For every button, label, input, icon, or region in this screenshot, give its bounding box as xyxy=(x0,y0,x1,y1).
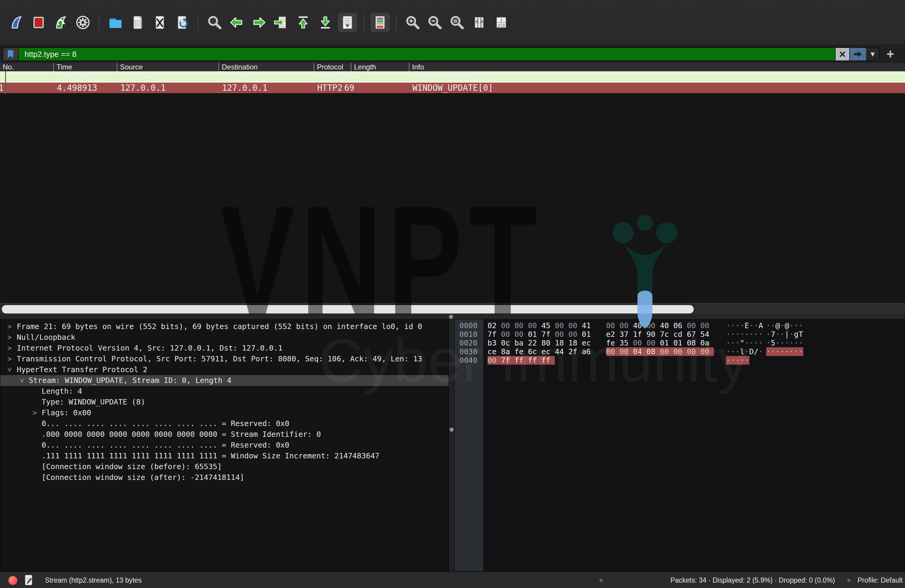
column-header-no[interactable]: No. xyxy=(0,63,53,71)
reload-file-button[interactable] xyxy=(172,13,192,32)
horizontal-scrollbar[interactable] xyxy=(0,303,905,315)
hex-row[interactable]: 00107f0000017f000001e2371f907ccd6754····… xyxy=(455,330,905,338)
hex-ascii[interactable]: ····· xyxy=(726,356,749,365)
detail-tree-item[interactable]: [Connection window size (before): 65535] xyxy=(0,461,449,472)
chevron-down-icon[interactable]: > xyxy=(17,376,27,385)
gear-icon xyxy=(75,14,91,30)
filter-apply-button[interactable] xyxy=(849,48,866,60)
go-last-packet-button[interactable] xyxy=(316,13,335,32)
column-header-destination[interactable]: Destination xyxy=(219,63,314,71)
ascii-char: · xyxy=(754,338,759,347)
detail-tree-item[interactable]: >Transmission Control Protocol, Src Port… xyxy=(0,354,449,364)
auto-scroll-button[interactable] xyxy=(338,13,357,32)
restart-capture-button[interactable] xyxy=(51,13,70,32)
chevron-right-icon[interactable]: > xyxy=(5,332,14,343)
column-header-protocol[interactable]: Protocol xyxy=(314,63,351,71)
hex-byte: e2 xyxy=(606,330,619,338)
capture-comment-icon[interactable] xyxy=(25,575,33,587)
detail-tree-item[interactable]: >Flags: 0x00 xyxy=(0,407,449,418)
horizontal-scrollbar-thumb[interactable] xyxy=(2,305,694,313)
stop-capture-button[interactable] xyxy=(29,13,48,32)
ascii-char: · xyxy=(735,321,740,330)
hex-byte: 41 xyxy=(582,321,595,330)
packet-cell: 127.0.0.1 xyxy=(117,71,122,82)
capture-options-button[interactable] xyxy=(73,13,92,32)
display-filter-input[interactable]: http2.type == 8 xyxy=(19,48,835,60)
save-file-button[interactable]: 010100110101110 xyxy=(128,13,147,32)
expert-info-icon[interactable] xyxy=(8,576,17,585)
add-filter-button[interactable]: + xyxy=(883,47,897,61)
zoom-reset-button[interactable] xyxy=(448,13,467,32)
hex-ascii[interactable]: ·········7··|·gT xyxy=(726,330,803,338)
filter-dropdown-button[interactable]: ▼ xyxy=(866,48,879,60)
hex-byte: ff xyxy=(528,356,541,365)
detail-tree-item[interactable]: >Internet Protocol Version 4, Src: 127.0… xyxy=(0,343,449,354)
go-forward-button[interactable] xyxy=(249,13,268,32)
hex-ascii[interactable]: ···l·D/········· xyxy=(726,347,803,356)
detail-tree-item[interactable]: .111 1111 1111 1111 1111 1111 1111 1111 … xyxy=(0,451,449,461)
column-header-time[interactable]: Time xyxy=(53,63,117,71)
find-packet-button[interactable] xyxy=(205,13,224,32)
splitter-handle-dot[interactable] xyxy=(449,427,454,432)
hex-row[interactable]: 000002000000450000410000400040060000····… xyxy=(455,321,905,330)
hex-byte: fe xyxy=(514,347,528,356)
status-profile[interactable]: Profile: Default xyxy=(857,576,903,585)
chevron-right-icon[interactable]: > xyxy=(5,343,14,354)
detail-tree-item[interactable]: 0... .... .... .... .... .... .... .... … xyxy=(0,440,449,451)
go-back-button[interactable] xyxy=(227,13,246,32)
resize-columns-button[interactable] xyxy=(470,13,489,32)
detail-tree-item[interactable]: >Stream: WINDOW_UPDATE, Stream ID: 0, Le… xyxy=(0,375,449,386)
hex-byte: 90 xyxy=(646,330,660,338)
ascii-char: · xyxy=(745,338,749,347)
colorize-packets-button[interactable] xyxy=(370,13,390,32)
go-first-packet-button[interactable] xyxy=(294,13,313,32)
pane-splitter-vertical[interactable] xyxy=(449,319,454,572)
open-file-button[interactable] xyxy=(106,13,125,32)
hex-row[interactable]: 0030ce8afe6cec442fa60000040800000000···l… xyxy=(455,347,905,356)
detail-tree-item[interactable]: >Null/Loopback xyxy=(0,332,449,343)
go-to-packet-button[interactable] xyxy=(272,13,291,32)
start-capture-button[interactable] xyxy=(7,13,26,32)
filter-clear-button[interactable]: ✕ xyxy=(835,48,849,60)
ascii-char: · xyxy=(799,347,803,356)
chevron-down-icon[interactable]: > xyxy=(4,365,15,374)
hex-row[interactable]: 0040007fffffff····· xyxy=(455,356,905,365)
zoom-in-button[interactable] xyxy=(403,13,422,32)
column-header-length[interactable]: Length xyxy=(351,63,409,71)
detail-tree-item[interactable]: .000 0000 0000 0000 0000 0000 0000 0000 … xyxy=(0,429,449,440)
packet-row[interactable]: 152.929721127.0.0.1127.0.0.1HTTP269WINDO… xyxy=(0,71,905,82)
ascii-char: · xyxy=(731,356,736,365)
chevron-right-icon[interactable]: > xyxy=(5,354,14,364)
hex-ascii[interactable]: ····E··A··@·@··· xyxy=(726,321,803,330)
detail-tree-item[interactable]: 0... .... .... .... .... .... .... .... … xyxy=(0,418,449,429)
filter-bookmark-button[interactable] xyxy=(3,48,19,60)
hex-bytes[interactable]: 7f0000017f000001e2371f907ccd6754 xyxy=(487,330,714,338)
detail-tree-item[interactable]: Type: WINDOW_UPDATE (8) xyxy=(0,397,449,407)
zoom-out-button[interactable] xyxy=(425,13,445,32)
packet-row[interactable]: 214.498913127.0.0.1127.0.0.1HTTP269WINDO… xyxy=(0,83,905,93)
detail-tree-item[interactable]: >Frame 21: 69 bytes on wire (552 bits), … xyxy=(0,321,449,332)
chevron-right-icon[interactable]: > xyxy=(30,407,39,418)
hex-byte: 7f xyxy=(487,330,501,338)
hex-bytes[interactable]: 02000000450000410000400040060000 xyxy=(487,321,714,330)
ascii-char: · xyxy=(745,347,749,356)
hex-bytes[interactable]: b30cba22801818ecfe3500000101080a xyxy=(487,338,714,347)
column-header-source[interactable]: Source xyxy=(117,63,219,71)
detail-tree-item[interactable]: [Connection window size (after): -214741… xyxy=(0,472,449,483)
column-header-info[interactable]: Info xyxy=(409,63,905,71)
hex-byte: ec xyxy=(541,347,555,356)
splitter-handle-dot[interactable] xyxy=(449,315,453,319)
hex-offset: 0010 xyxy=(459,330,477,338)
layout-panes-button[interactable]: 123 xyxy=(492,13,511,32)
close-file-button[interactable] xyxy=(150,13,169,32)
chevron-right-icon[interactable]: > xyxy=(5,321,14,332)
hex-bytes[interactable]: 007fffffff xyxy=(487,356,555,365)
hex-bytes[interactable]: ce8afe6cec442fa60000040800000000 xyxy=(487,347,714,356)
hex-byte: 0c xyxy=(501,338,514,347)
hex-byte: 01 xyxy=(582,330,595,338)
pane-splitter-horizontal[interactable] xyxy=(0,315,905,319)
hex-row[interactable]: 0020b30cba22801818ecfe3500000101080a···"… xyxy=(455,338,905,347)
detail-tree-item[interactable]: >HyperText Transfer Protocol 2 xyxy=(0,364,449,375)
hex-ascii[interactable]: ···"·····5······ xyxy=(726,338,803,347)
detail-tree-item[interactable]: Length: 4 xyxy=(0,386,449,397)
